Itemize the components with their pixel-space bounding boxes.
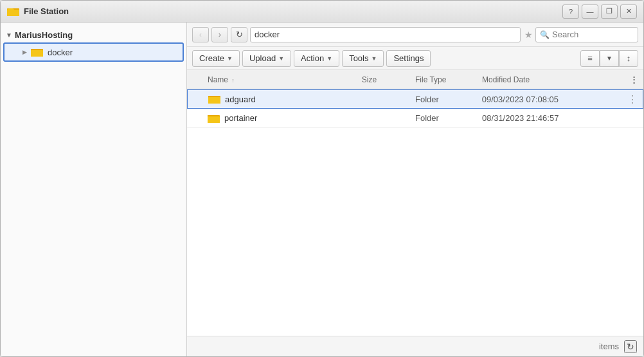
- action-label: Action: [301, 53, 324, 63]
- file-row[interactable]: adguard Folder 09/03/2023 07:08:05 ⋮: [187, 89, 643, 109]
- create-label: Create: [199, 53, 224, 63]
- upload-button[interactable]: Upload ▼: [242, 50, 291, 67]
- item-expand-arrow: ▶: [22, 49, 27, 55]
- search-box: 🔍: [535, 27, 638, 42]
- title-bar: File Station ? — ❐ ✕: [1, 1, 643, 23]
- file-list: Name ↑ Size File Type Modified Date ⋮: [187, 70, 643, 336]
- list-view-icon: ≡: [587, 53, 593, 63]
- file-type-cell: Folder: [415, 95, 482, 104]
- tools-label: Tools: [349, 53, 368, 63]
- upload-arrow: ▼: [278, 55, 284, 62]
- file-type-cell: Folder: [415, 113, 482, 123]
- col-header-type[interactable]: File Type: [415, 75, 482, 84]
- sort-icon: ↕: [627, 53, 631, 63]
- create-button[interactable]: Create ▼: [192, 50, 240, 67]
- file-row[interactable]: portainer Folder 08/31/2023 21:46:57: [187, 109, 643, 128]
- sidebar: ▼ MariusHosting ▶ docker: [1, 23, 187, 356]
- folder-icon: [208, 113, 220, 124]
- upload-label: Upload: [249, 53, 276, 63]
- search-icon: 🔍: [540, 30, 550, 39]
- sort-button[interactable]: ↕: [619, 50, 638, 67]
- view-toggle-group: ≡ ▼ ↕: [580, 50, 638, 67]
- file-type: Folder: [415, 95, 439, 104]
- view-options-arrow: ▼: [606, 55, 613, 62]
- refresh-button[interactable]: ↻: [231, 27, 247, 42]
- path-input[interactable]: [250, 27, 521, 42]
- svg-rect-5: [208, 97, 220, 104]
- folder-icon: [208, 94, 221, 104]
- sidebar-host-label: MariusHosting: [15, 30, 73, 40]
- tools-arrow: ▼: [371, 55, 377, 62]
- file-name-cell: portainer: [192, 113, 362, 124]
- host-collapse-arrow: ▼: [6, 32, 12, 39]
- sidebar-host[interactable]: ▼ MariusHosting: [1, 28, 186, 42]
- status-refresh-button[interactable]: ↻: [624, 340, 637, 353]
- col-header-date[interactable]: Modified Date: [482, 75, 616, 84]
- settings-button[interactable]: Settings: [386, 50, 431, 67]
- svg-rect-7: [208, 116, 220, 123]
- folder-icon: [31, 47, 44, 57]
- col-header-more[interactable]: ⋮: [616, 75, 638, 84]
- file-date: 08/31/2023 21:46:57: [482, 113, 559, 123]
- sidebar-item-docker[interactable]: ▶ docker: [3, 42, 184, 62]
- search-input[interactable]: [552, 30, 629, 39]
- file-pane: ‹ › ↻ ★ 🔍 Create ▼ Upload ▼: [187, 23, 643, 356]
- svg-rect-1: [7, 10, 19, 16]
- status-bar: items ↻: [187, 336, 643, 356]
- col-header-name[interactable]: Name ↑: [192, 75, 362, 84]
- file-more-cell[interactable]: ⋮: [615, 93, 638, 105]
- file-date: 09/03/2023 07:08:05: [482, 95, 559, 104]
- file-type: Folder: [415, 113, 439, 123]
- file-list-header: Name ↑ Size File Type Modified Date ⋮: [187, 70, 643, 89]
- toolbar-buttons: Create ▼ Upload ▼ Action ▼ Tools ▼ Setti…: [187, 47, 643, 70]
- view-options-button[interactable]: ▼: [600, 50, 619, 67]
- more-icon[interactable]: ⋮: [615, 93, 638, 105]
- status-items-label: items: [599, 342, 619, 351]
- restore-button[interactable]: ❐: [601, 5, 618, 19]
- window-title: File Station: [24, 6, 562, 16]
- close-button[interactable]: ✕: [620, 5, 637, 19]
- col-header-size[interactable]: Size: [362, 75, 415, 84]
- bookmark-star[interactable]: ★: [524, 30, 533, 40]
- forward-button[interactable]: ›: [211, 27, 228, 42]
- minimize-button[interactable]: —: [582, 5, 598, 19]
- help-button[interactable]: ?: [562, 5, 579, 19]
- list-view-button[interactable]: ≡: [580, 50, 600, 67]
- file-name-cell: adguard: [193, 94, 362, 104]
- name-sort-arrow: ↑: [231, 77, 235, 84]
- app-window: File Station ? — ❐ ✕ ▼ MariusHosting ▶ d…: [0, 0, 644, 357]
- tools-button[interactable]: Tools ▼: [342, 50, 384, 67]
- window-controls: ? — ❐ ✕: [562, 5, 637, 19]
- sidebar-item-label: docker: [48, 48, 73, 57]
- file-date-cell: 08/31/2023 21:46:57: [482, 113, 616, 123]
- back-button[interactable]: ‹: [192, 27, 209, 42]
- app-icon: [7, 5, 20, 18]
- file-name: adguard: [225, 95, 256, 104]
- svg-rect-3: [31, 50, 43, 57]
- main-content: ▼ MariusHosting ▶ docker ‹ › ↻ ★: [1, 23, 643, 356]
- file-name: portainer: [224, 113, 257, 123]
- create-arrow: ▼: [227, 55, 233, 62]
- toolbar-top: ‹ › ↻ ★ 🔍: [187, 23, 643, 47]
- action-button[interactable]: Action ▼: [294, 50, 339, 67]
- action-arrow: ▼: [326, 55, 332, 62]
- file-date-cell: 09/03/2023 07:08:05: [482, 95, 616, 104]
